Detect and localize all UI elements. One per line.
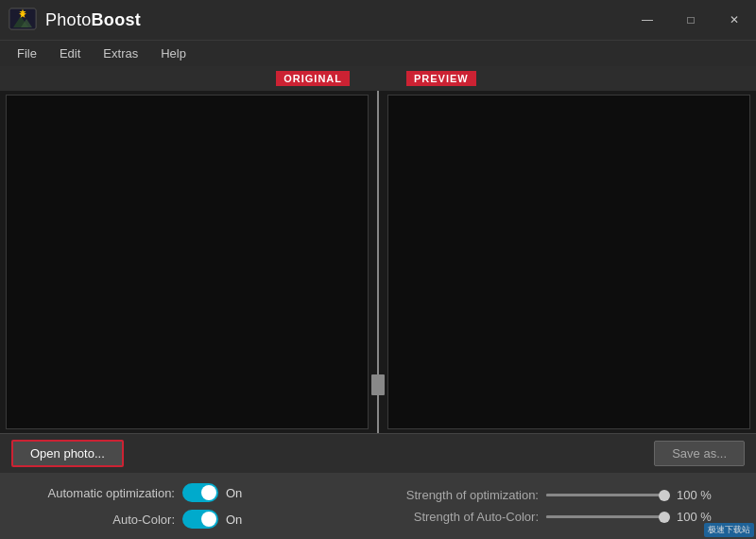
menubar: File Edit Extras Help bbox=[0, 40, 756, 66]
strength-autocolor-row: Strength of Auto-Color: 100 % bbox=[378, 510, 728, 524]
auto-color-state: On bbox=[226, 513, 242, 527]
auto-color-label: Auto-Color: bbox=[28, 513, 175, 527]
titlebar-controls: — □ ✕ bbox=[626, 0, 756, 40]
strength-autocolor-fill bbox=[546, 515, 669, 518]
settings-left: Automatic optimization: On Auto-Color: O… bbox=[28, 483, 378, 529]
settings-bar: Automatic optimization: On Auto-Color: O… bbox=[0, 473, 756, 539]
original-canvas bbox=[6, 95, 369, 429]
strength-optimization-row: Strength of optimization: 100 % bbox=[378, 488, 728, 502]
preview-canvas bbox=[387, 95, 750, 429]
menu-extras[interactable]: Extras bbox=[94, 43, 147, 63]
original-label: ORIGINAL bbox=[276, 71, 350, 86]
maximize-button[interactable]: □ bbox=[669, 0, 713, 40]
divider-handle[interactable] bbox=[371, 374, 385, 395]
menu-help[interactable]: Help bbox=[151, 43, 196, 63]
strength-optimization-fill bbox=[546, 494, 669, 496]
app-logo-icon bbox=[8, 5, 38, 35]
titlebar-left: PhotoBoost bbox=[0, 5, 141, 35]
menu-file[interactable]: File bbox=[8, 43, 46, 63]
auto-color-row: Auto-Color: On bbox=[28, 510, 378, 529]
strength-optimization-track[interactable] bbox=[546, 494, 669, 496]
strength-autocolor-label: Strength of Auto-Color: bbox=[378, 510, 539, 524]
canvas-area bbox=[0, 91, 756, 433]
strength-autocolor-slider-container: 100 % bbox=[546, 510, 714, 524]
auto-optimization-toggle[interactable] bbox=[182, 483, 218, 502]
strength-optimization-label: Strength of optimization: bbox=[378, 488, 539, 502]
bottom-buttons: Open photo... Save as... bbox=[0, 433, 756, 473]
close-button[interactable]: ✕ bbox=[713, 0, 756, 40]
strength-autocolor-value: 100 % bbox=[677, 510, 714, 524]
open-photo-button[interactable]: Open photo... bbox=[11, 440, 124, 467]
auto-optimization-label: Automatic optimization: bbox=[28, 486, 175, 500]
auto-optimization-row: Automatic optimization: On bbox=[28, 483, 378, 502]
preview-label-container: PREVIEW bbox=[387, 71, 756, 86]
app-title: PhotoBoost bbox=[45, 10, 141, 30]
original-label-container: ORIGINAL bbox=[0, 71, 369, 86]
watermark: 极速下载站 bbox=[704, 523, 754, 537]
auto-color-toggle[interactable] bbox=[182, 510, 218, 529]
auto-optimization-state: On bbox=[226, 486, 242, 500]
minimize-button[interactable]: — bbox=[626, 0, 669, 40]
strength-optimization-thumb[interactable] bbox=[659, 490, 670, 501]
labels-row: ORIGINAL PREVIEW bbox=[0, 66, 756, 91]
divider[interactable] bbox=[369, 91, 387, 433]
strength-optimization-value: 100 % bbox=[677, 488, 714, 502]
menu-edit[interactable]: Edit bbox=[50, 43, 90, 63]
save-as-button[interactable]: Save as... bbox=[654, 441, 745, 466]
titlebar: PhotoBoost — □ ✕ bbox=[0, 0, 756, 40]
strength-optimization-slider-container: 100 % bbox=[546, 488, 714, 502]
main-content: ORIGINAL PREVIEW Open photo... Save as..… bbox=[0, 66, 756, 473]
strength-autocolor-thumb[interactable] bbox=[659, 512, 670, 523]
strength-autocolor-track[interactable] bbox=[546, 515, 669, 518]
settings-right: Strength of optimization: 100 % Strength… bbox=[378, 488, 728, 524]
preview-label: PREVIEW bbox=[406, 71, 476, 86]
